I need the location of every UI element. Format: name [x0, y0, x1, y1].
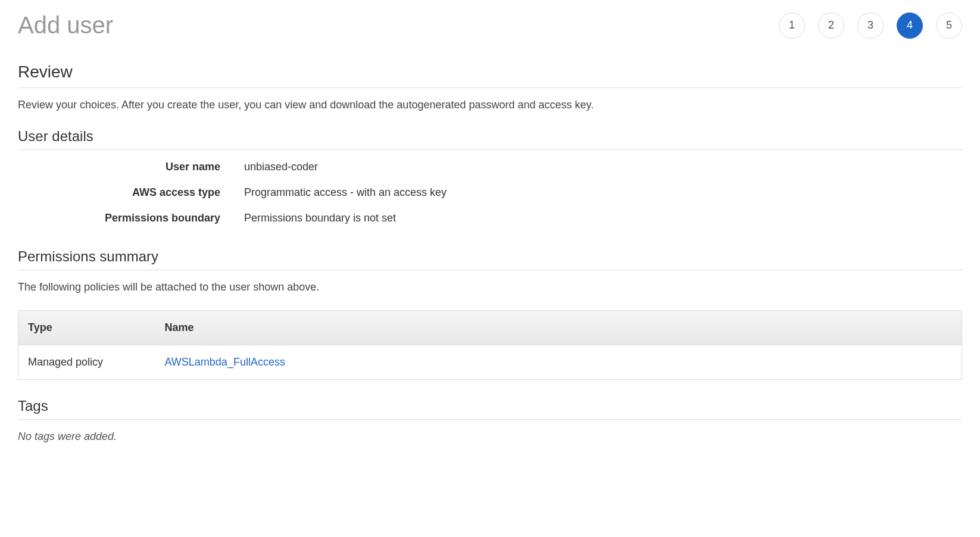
page-header: Add user 1 2 3 4 5: [18, 12, 962, 39]
detail-value-permissions-boundary: Permissions boundary is not set: [244, 212, 962, 224]
page-title: Add user: [18, 12, 113, 39]
detail-value-username: unbiased-coder: [244, 161, 962, 173]
step-2[interactable]: 2: [818, 13, 844, 39]
policy-type: Managed policy: [18, 345, 155, 380]
tags-heading: Tags: [18, 398, 962, 420]
column-header-name: Name: [155, 311, 962, 345]
step-4[interactable]: 4: [897, 13, 923, 39]
policies-table: Type Name Managed policy AWSLambda_FullA…: [18, 310, 962, 380]
step-1[interactable]: 1: [779, 13, 805, 39]
detail-label-permissions-boundary: Permissions boundary: [18, 212, 244, 224]
detail-label-username: User name: [18, 161, 244, 173]
wizard-stepper: 1 2 3 4 5: [779, 13, 962, 39]
detail-label-access-type: AWS access type: [18, 186, 244, 199]
tags-empty-text: No tags were added.: [18, 430, 962, 443]
review-heading: Review: [18, 63, 962, 88]
policy-name-link[interactable]: AWSLambda_FullAccess: [165, 356, 285, 368]
step-3[interactable]: 3: [857, 13, 884, 39]
policy-name-cell: AWSLambda_FullAccess: [155, 345, 962, 380]
table-row: Managed policy AWSLambda_FullAccess: [18, 345, 962, 380]
permissions-summary-description: The following policies will be attached …: [18, 281, 962, 294]
column-header-type: Type: [18, 311, 155, 345]
user-details-grid: User name unbiased-coder AWS access type…: [18, 161, 962, 224]
table-header-row: Type Name: [18, 311, 962, 345]
review-description: Review your choices. After you create th…: [18, 99, 962, 111]
permissions-summary-heading: Permissions summary: [18, 248, 962, 270]
detail-value-access-type: Programmatic access - with an access key: [244, 186, 962, 199]
user-details-heading: User details: [18, 128, 962, 150]
step-5[interactable]: 5: [936, 13, 962, 39]
